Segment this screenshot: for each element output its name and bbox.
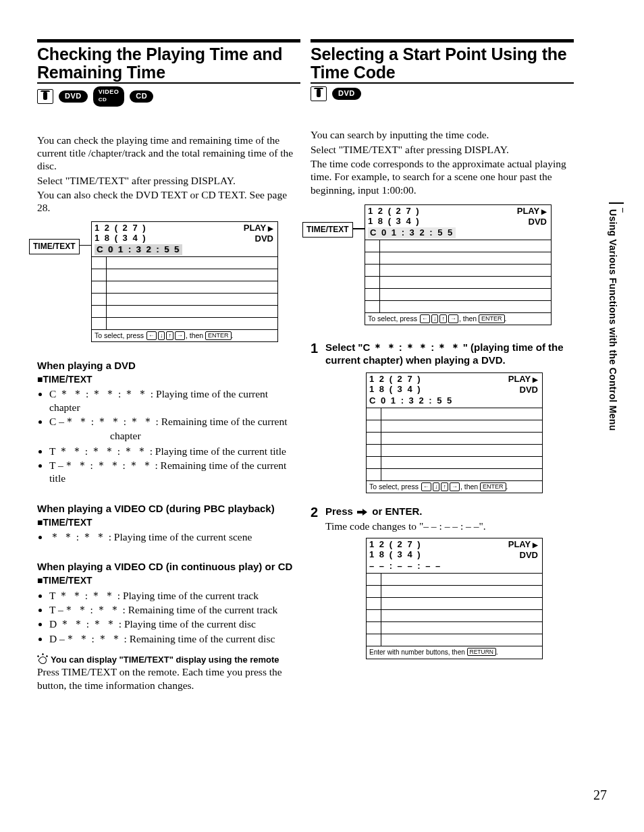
arrow-down-key: ↓ [431, 314, 439, 323]
time-text-label: TIME/TEXT [29, 239, 80, 254]
step-2-sub: Time code changes to "– – : – – : – –". [325, 520, 574, 532]
osd-status-disc: DVD [517, 217, 547, 227]
vcd-pbc-heading: When playing a VIDEO CD (during PBC play… [37, 503, 300, 516]
list-item: T ＊ ＊ : ＊ ＊ : Playing time of the curren… [49, 589, 300, 602]
return-key: RETURN [467, 648, 496, 656]
arrow-up-key: ↑ [166, 331, 173, 340]
side-tick [622, 208, 624, 213]
time-text-label: TIME/TEXT [302, 222, 353, 238]
osd-footer: To select, press ←↓↑→, then ENTER. [365, 312, 551, 325]
osd-line-3: C 0 1 : 3 2 : 5 5 [95, 244, 182, 255]
remote-icon [37, 89, 53, 104]
leader-line [352, 228, 365, 229]
step-1: 1 Select "C ＊ ＊ : ＊ ＊ : ＊ ＊ " (playing t… [311, 341, 574, 493]
intro-line: You can search by inputting the time cod… [311, 128, 574, 141]
step-2-lead: Press or ENTER. [325, 505, 574, 518]
badge-cd: CD [130, 90, 153, 103]
tip-heading: You can display "TIME/TEXT" display usin… [51, 655, 279, 665]
step-number: 2 [311, 505, 325, 659]
page-number: 27 [593, 787, 607, 804]
right-intro: You can search by inputting the time cod… [311, 128, 574, 196]
side-section-label: Using Various Functions with the Control… [607, 209, 619, 431]
osd-footer: Enter with number buttons, then RETURN. [367, 646, 542, 659]
right-format-badges: DVD [311, 86, 574, 101]
osd-line-3: C 0 1 : 3 2 : 5 5 [368, 227, 456, 238]
osd-footer-text: To select, press [95, 331, 144, 339]
leader-line [79, 245, 91, 246]
vcd-cont-timetext: ■TIME/TEXT [37, 575, 300, 587]
osd-status-play: PLAY [508, 374, 538, 385]
arrow-right-icon [357, 509, 368, 516]
step-2-osd: 1 2 ( 2 7 ) 1 8 ( 3 4 ) – – : – – : – – … [366, 538, 543, 659]
vcd-pbc-timetext: ■TIME/TEXT [37, 517, 300, 529]
osd-footer-then: , then [460, 482, 478, 491]
osd-footer-text: Enter with number buttons, then [369, 648, 465, 656]
arrow-right-key: → [448, 314, 458, 323]
intro-line: Select "TIME/TEXT" after pressing DISPLA… [37, 174, 300, 187]
arrow-up-key: ↑ [441, 482, 448, 491]
step-number: 1 [311, 341, 325, 493]
intro-line: The time code corresponds to the approxi… [311, 157, 574, 196]
left-intro: You can check the playing time and remai… [37, 134, 300, 215]
osd-line-2: 1 8 ( 3 4 ) [369, 549, 422, 561]
osd-line-1: 1 2 ( 2 7 ) [95, 223, 147, 233]
osd-line-3: – – : – – : – – [369, 561, 441, 572]
osd-line-3: C 0 1 : 3 2 : 5 5 [369, 395, 453, 406]
osd-line-1: 1 2 ( 2 7 ) [369, 374, 422, 385]
step-1-lead: Select "C ＊ ＊ : ＊ ＊ : ＊ ＊ " (playing tim… [325, 341, 574, 367]
right-title: Selecting a Start Point Using the Time C… [311, 45, 574, 84]
vcd-cont-heading: When playing a VIDEO CD (in continuous p… [37, 561, 300, 574]
dvd-heading: When playing a DVD [37, 360, 300, 372]
side-rule [609, 202, 624, 204]
step-2: 2 Press or ENTER. Time code changes to "… [311, 505, 574, 659]
list-item-cont: chapter [110, 429, 300, 442]
list-item: C –＊ ＊ : ＊ ＊ : ＊ ＊ : Remaining time of t… [49, 415, 300, 428]
step-1-osd: 1 2 ( 2 7 ) 1 8 ( 3 4 ) C 0 1 : 3 2 : 5 … [366, 372, 543, 493]
arrow-right-key: → [450, 482, 460, 491]
osd-line-2: 1 8 ( 3 4 ) [369, 384, 422, 395]
osd-line-1: 1 2 ( 2 7 ) [369, 539, 422, 550]
osd-status-disc: DVD [244, 233, 273, 244]
step-2-lead-a: Press [325, 505, 353, 517]
left-format-badges: DVD VIDEOCD CD [37, 86, 300, 107]
osd-footer: To select, press ←↓↑→, then ENTER. [367, 480, 542, 493]
osd-screen: 1 2 ( 2 7 ) 1 8 ( 3 4 ) C 0 1 : 3 2 : 5 … [91, 221, 278, 342]
arrow-down-key: ↓ [158, 331, 165, 340]
right-osd-1: TIME/TEXT 1 2 ( 2 7 ) 1 8 ( 3 4 ) C 0 1 … [311, 204, 574, 325]
osd-footer-then: , then [186, 331, 203, 339]
osd-footer-text: To select, press [368, 314, 417, 323]
osd-status-play: PLAY [508, 539, 538, 550]
section-divider [311, 39, 574, 43]
intro-line: Select "TIME/TEXT" after pressing DISPLA… [311, 143, 574, 156]
osd-status-play: PLAY [244, 223, 273, 233]
arrow-right-key: → [175, 331, 185, 340]
vcd-pbc-list: ＊ ＊ : ＊ ＊ : Playing time of the current … [49, 530, 300, 543]
list-item: ＊ ＊ : ＊ ＊ : Playing time of the current … [49, 530, 300, 543]
osd-footer: To select, press ←↓↑→, then ENTER. [92, 329, 277, 341]
section-divider [37, 39, 300, 43]
arrow-left-key: ← [420, 314, 430, 323]
step-2-lead-b: or ENTER. [372, 505, 422, 517]
osd-screen: 1 2 ( 2 7 ) 1 8 ( 3 4 ) C 0 1 : 3 2 : 5 … [365, 204, 552, 325]
osd-status-play: PLAY [517, 206, 547, 217]
arrow-left-key: ← [421, 482, 431, 491]
tip-block: You can display "TIME/TEXT" display usin… [37, 653, 300, 692]
intro-line: You can check the playing time and remai… [37, 134, 300, 173]
badge-videocd: VIDEOCD [93, 86, 125, 107]
remote-icon [311, 86, 327, 101]
list-item: T ＊ ＊ : ＊ ＊ : ＊ ＊ : Playing time of the … [49, 445, 300, 457]
left-title: Checking the Playing Time and Remaining … [37, 45, 300, 84]
enter-key: ENTER [205, 331, 232, 340]
arrow-left-key: ← [146, 331, 157, 340]
arrow-down-key: ↓ [433, 482, 440, 491]
list-item: C ＊ ＊ : ＊ ＊ : ＊ ＊ : Playing time of the … [49, 387, 300, 414]
dvd-list-2: T ＊ ＊ : ＊ ＊ : ＊ ＊ : Playing time of the … [49, 445, 300, 485]
dvd-timetext: ■TIME/TEXT [37, 374, 300, 386]
enter-key: ENTER [480, 482, 506, 491]
list-item: T –＊ ＊ : ＊ ＊ : ＊ ＊ : Remaining time of t… [49, 459, 300, 485]
osd-footer-then: , then [459, 314, 477, 323]
osd-status-disc: DVD [508, 550, 538, 561]
vcd-cont-list: T ＊ ＊ : ＊ ＊ : Playing time of the curren… [49, 589, 300, 646]
intro-line: You can also check the DVD TEXT or CD TE… [37, 188, 300, 215]
dvd-list: C ＊ ＊ : ＊ ＊ : ＊ ＊ : Playing time of the … [49, 387, 300, 428]
